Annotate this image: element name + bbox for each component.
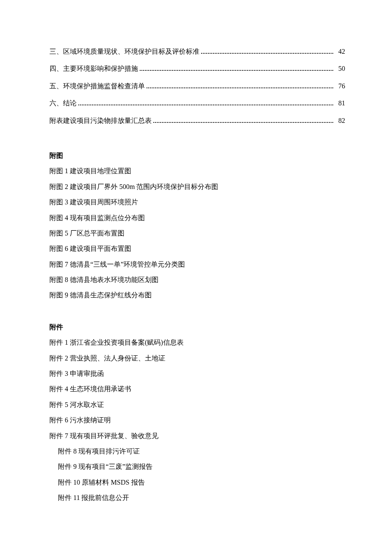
attachment-item: 附件 10 原辅材料 MSDS 报告 [49,478,345,487]
figure-item: 附图 9 德清县生态保护红线分布图 [49,291,345,300]
attachment-item: 附件 1 浙江省企业投资项目备案(赋码)信息表 [49,338,345,347]
attachment-item: 附件 9 现有项目“三废”监测报告 [49,462,345,471]
toc-entry: 三、区域环境质量现状、环境保护目标及评价标准 42 [49,47,345,56]
figure-item: 附图 2 建设项目厂界外 500m 范围内环境保护目标分布图 [49,182,345,192]
attachment-item: 附件 7 现有项目环评批复、验收意见 [49,431,345,441]
toc-page-number: 42 [335,47,345,56]
toc-leader-dots [140,67,333,71]
toc-page-number: 81 [335,99,345,108]
toc-leader-dots [147,84,333,88]
attachments-heading: 附件 [49,323,345,332]
figures-heading: 附图 [49,151,345,160]
toc-section: 三、区域环境质量现状、环境保护目标及评价标准 42 四、主要环境影响和保护措施 … [49,47,345,125]
toc-entry: 六、结论 81 [49,99,345,108]
toc-page-number: 82 [335,116,345,125]
attachment-item: 附件 3 申请审批函 [49,369,345,378]
attachment-item: 附件 6 污水接纳证明 [49,416,345,425]
figure-item: 附图 5 厂区总平面布置图 [49,229,345,238]
attachment-item: 附件 5 河水取水证 [49,400,345,410]
toc-label: 六、结论 [49,99,77,108]
toc-entry: 附表建设项目污染物排放量汇总表 82 [49,116,345,125]
attachment-item: 附件 11 报批前信息公开 [49,493,345,503]
attachment-item: 附件 4 生态环境信用承诺书 [49,384,345,394]
toc-entry: 四、主要环境影响和保护措施 50 [49,64,345,73]
figure-item: 附图 6 建设项目平面布置图 [49,244,345,253]
toc-label: 五、环境保护措施监督检查清单 [49,81,145,91]
figure-item: 附图 7 德清县“三线一单”环境管控单元分类图 [49,260,345,269]
figure-item: 附图 1 建设项目地理位置图 [49,166,345,176]
figures-section: 附图 附图 1 建设项目地理位置图 附图 2 建设项目厂界外 500m 范围内环… [49,151,345,300]
toc-leader-dots [153,119,333,123]
toc-leader-dots [201,49,333,54]
toc-entry: 五、环境保护措施监督检查清单 76 [49,81,345,91]
toc-page-number: 50 [335,64,345,73]
attachment-item: 附件 2 营业执照、法人身份证、土地证 [49,354,345,363]
figure-item: 附图 8 德清县地表水环境功能区划图 [49,275,345,285]
attachment-item: 附件 8 现有项目排污许可证 [49,447,345,456]
figure-item: 附图 3 建设项目周围环境照片 [49,198,345,207]
toc-label: 四、主要环境影响和保护措施 [49,64,138,73]
toc-label: 三、区域环境质量现状、环境保护目标及评价标准 [49,47,199,56]
toc-label: 附表建设项目污染物排放量汇总表 [49,116,152,125]
toc-leader-dots [78,101,333,105]
figure-item: 附图 4 现有项目监测点位分布图 [49,213,345,223]
attachments-section: 附件 附件 1 浙江省企业投资项目备案(赋码)信息表 附件 2 营业执照、法人身… [49,323,345,503]
toc-page-number: 76 [335,81,345,91]
